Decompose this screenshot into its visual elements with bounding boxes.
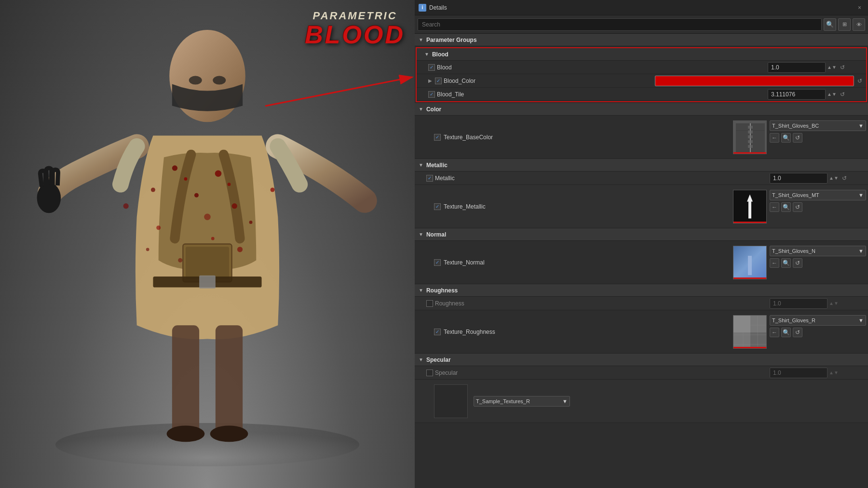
texture-n-name: T_Shirt_Gloves_N	[772, 248, 815, 254]
texture-sample-select[interactable]: T_Sample_Textures_R ▼	[474, 396, 570, 407]
metallic-checkbox[interactable]	[426, 175, 433, 182]
blood-checkbox[interactable]	[428, 64, 435, 71]
svg-rect-38	[748, 145, 753, 148]
svg-rect-42	[733, 316, 750, 332]
blood-label: Blood	[432, 51, 448, 58]
blood-tile-reset-button[interactable]: ↺	[838, 90, 847, 99]
texture-bc-find-btn[interactable]: 🔍	[781, 133, 791, 143]
texture-bc-reset-btn[interactable]: ↺	[793, 133, 802, 143]
texture-n-thumbnail	[733, 246, 767, 279]
section-blood[interactable]: ▼ Blood	[417, 48, 866, 61]
texture-r-thumbnail	[733, 315, 767, 349]
blood-section-wrapper: ▼ Blood Blood ▲▼ ↺ ▶	[416, 47, 867, 102]
texture-r-name: T_Shirt_Gloves_R	[772, 317, 815, 323]
texture-mt-back-btn[interactable]: ←	[770, 202, 779, 212]
texture-sample-info: T_Sample_Textures_R ▼	[474, 396, 866, 407]
roughness-arrow: ▼	[419, 288, 423, 293]
texture-n-back-btn[interactable]: ←	[770, 258, 779, 268]
svg-point-22	[237, 247, 243, 252]
texture-mt-checkbox[interactable]	[434, 203, 441, 210]
texture-r-find-btn[interactable]: 🔍	[781, 328, 791, 337]
blood-color-expand[interactable]: ▶	[428, 78, 432, 83]
texture-n-reset-btn[interactable]: ↺	[793, 258, 802, 268]
metallic-param-row: Metallic ▲▼ ↺	[415, 171, 868, 185]
section-specular[interactable]: ▼ Specular	[415, 354, 868, 366]
blood-tile-checkbox[interactable]	[428, 91, 435, 98]
bottom-padding	[415, 423, 868, 442]
metallic-value-input[interactable]	[770, 173, 827, 184]
section-parameter-groups[interactable]: ▼ Parameter Groups	[415, 34, 868, 46]
texture-n-select[interactable]: T_Shirt_Gloves_N ▼	[770, 246, 866, 256]
texture-bc-select[interactable]: T_Shirt_Gloves_BC ▼	[770, 120, 866, 131]
roughness-value-arrow: ▲▼	[829, 301, 839, 306]
specular-value-input[interactable]	[770, 368, 827, 378]
texture-n-checkbox[interactable]	[434, 259, 441, 266]
texture-n-info: T_Shirt_Gloves_N ▼ ← 🔍 ↺	[770, 246, 866, 268]
texture-mt-reset-btn[interactable]: ↺	[793, 202, 802, 212]
texture-bc-checkbox[interactable]	[434, 134, 441, 141]
texture-bc-back-btn[interactable]: ←	[770, 133, 779, 143]
svg-rect-2	[186, 247, 229, 279]
svg-point-9	[151, 187, 155, 192]
texture-normal-row: Texture_Normal T_Shirt_Gloves_N ▼	[415, 241, 868, 284]
blood-color-reset-button[interactable]: ↺	[855, 77, 864, 85]
close-button[interactable]: ×	[855, 3, 864, 12]
svg-point-12	[194, 193, 199, 198]
thumb-mt-canvas	[733, 190, 766, 223]
thumb-bc-border	[733, 152, 766, 154]
texture-mt-dropdown-icon: ▼	[858, 192, 864, 198]
thumb-mt-border	[733, 222, 766, 223]
texture-n-dropdown-icon: ▼	[858, 248, 864, 254]
texture-mt-thumbnail	[733, 190, 767, 224]
blood-tile-row: Blood_Tile ▲▼ ↺	[417, 88, 866, 101]
section-normal[interactable]: ▼ Normal	[415, 228, 868, 241]
svg-rect-34	[748, 126, 753, 129]
texture-n-find-btn[interactable]: 🔍	[781, 258, 791, 268]
search-bar: 🔍 ⊞ 👁	[415, 15, 868, 34]
texture-r-checkbox[interactable]	[434, 329, 441, 335]
texture-mt-select[interactable]: T_Shirt_Gloves_MT ▼	[770, 190, 866, 200]
metallic-reset-button[interactable]: ↺	[840, 174, 849, 183]
roughness-checkbox[interactable]	[426, 300, 433, 307]
roughness-param-row: Roughness ▲▼	[415, 297, 868, 310]
section-metallic[interactable]: ▼ Metallic	[415, 159, 868, 171]
svg-point-21	[178, 258, 182, 263]
texture-mt-find-btn[interactable]: 🔍	[781, 202, 791, 212]
thumb-n-canvas	[733, 246, 766, 279]
search-input[interactable]	[418, 18, 822, 31]
blood-tile-value-area: ▲▼ ↺	[768, 89, 864, 100]
svg-rect-35	[748, 131, 753, 133]
panel-content[interactable]: ▼ Parameter Groups ▼ Blood Blood ▲▼	[415, 34, 868, 488]
thumb-r-border	[733, 347, 766, 348]
title-bar: i Details ×	[415, 0, 868, 15]
texture-mt-name: T_Shirt_Gloves_MT	[772, 192, 819, 198]
blood-value-arrow: ▲▼	[827, 65, 837, 70]
blood-color-checkbox[interactable]	[435, 78, 442, 84]
eye-button[interactable]: 👁	[853, 18, 865, 31]
svg-rect-37	[748, 140, 753, 143]
blood-color-swatch[interactable]	[655, 76, 854, 86]
svg-point-28	[210, 426, 248, 442]
blood-value-input[interactable]	[768, 62, 826, 73]
blood-reset-button[interactable]: ↺	[838, 63, 847, 72]
specular-checkbox[interactable]	[426, 369, 433, 376]
search-button[interactable]: 🔍	[824, 18, 836, 31]
blood-color-label: Blood_Color	[444, 78, 653, 84]
section-color[interactable]: ▼ Color	[415, 103, 868, 116]
texture-r-select[interactable]: T_Shirt_Gloves_R ▼	[770, 315, 866, 326]
roughness-value-input[interactable]	[770, 298, 827, 309]
grid-view-button[interactable]: ⊞	[838, 18, 851, 31]
blood-tile-value-arrow: ▲▼	[827, 92, 837, 97]
details-icon: i	[419, 4, 426, 12]
blood-tile-value-input[interactable]	[768, 89, 826, 100]
texture-r-label: Texture_Roughness	[444, 329, 730, 335]
texture-r-back-btn[interactable]: ←	[770, 328, 779, 337]
specular-value-area: ▲▼	[770, 368, 866, 378]
svg-point-17	[271, 187, 275, 192]
texture-bc-thumbnail	[733, 120, 767, 154]
svg-rect-24	[199, 276, 216, 289]
texture-bc-label: Texture_BaseColor	[444, 134, 730, 141]
texture-r-reset-btn[interactable]: ↺	[793, 328, 802, 337]
section-roughness[interactable]: ▼ Roughness	[415, 284, 868, 297]
thumb-mt-shape	[745, 195, 755, 219]
